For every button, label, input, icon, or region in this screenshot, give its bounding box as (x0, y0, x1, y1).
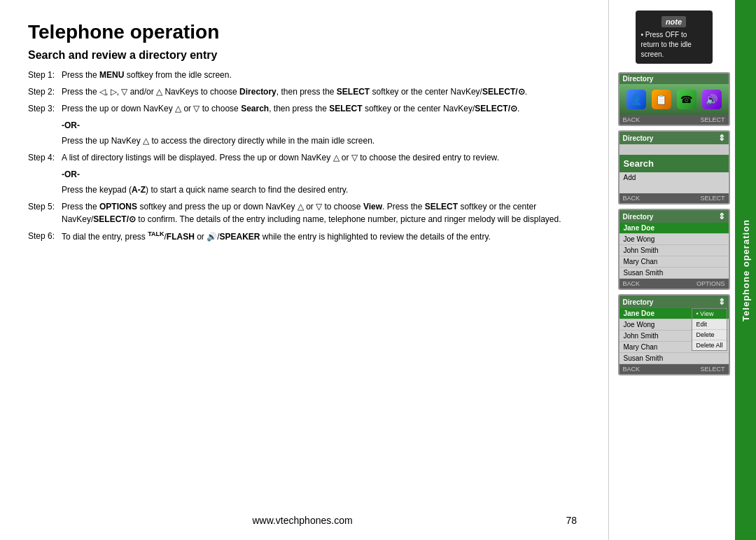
page-title: Telephone operation (28, 21, 577, 43)
phone4-item-5: Susan Smith (620, 353, 729, 364)
phone3-header: Directory ⇕ (620, 210, 729, 223)
phone2-item-blank (620, 144, 729, 155)
step-2: Step 2: Press the ◁, ▷, ▽ and/or △ NavKe… (28, 85, 577, 98)
phone3-softkeys: BACK OPTIONS (620, 279, 729, 289)
sidebar-label: Telephone operation (741, 219, 751, 321)
phone4-softkey-back: BACK (623, 366, 640, 373)
phone4-softkeys: BACK SELECT (620, 364, 729, 374)
phone3-softkey-options: OPTIONS (696, 280, 725, 287)
phone1-title: Directory (623, 75, 654, 83)
step-3-text: Press the up or down NavKey △ or ▽ to ch… (62, 102, 577, 115)
phone3-item-2: Joe Wong (620, 234, 729, 245)
phone4-softkey-select: SELECT (700, 366, 724, 373)
step-5: Step 5: Press the OPTIONS softkey and pr… (28, 200, 577, 226)
step-6: Step 6: To dial the entry, press TALK/FL… (28, 230, 577, 243)
step-5-text: Press the OPTIONS softkey and press the … (62, 200, 577, 226)
step-3-num: Step 3: (28, 102, 62, 115)
phone-screen-3: Directory ⇕ Jane Doe Joe Wong John Smith… (618, 209, 730, 290)
section-title: Search and review a directory entry (28, 49, 577, 62)
phone1-header: Directory (620, 74, 729, 84)
phone4-scroll-arrow: ⇕ (718, 297, 725, 307)
phone1-softkeys: BACK SELECT (620, 115, 729, 125)
phone1-icon-2: 📋 (652, 90, 671, 109)
or-desc-1: Press the up NavKey △ to access the dire… (62, 134, 577, 147)
step-3: Step 3: Press the up or down NavKey △ or… (28, 102, 577, 115)
phone1-icons-row: 👤 📋 ☎ 🔊 (620, 84, 729, 115)
step-2-text: Press the ◁, ▷, ▽ and/or △ NavKeys to ch… (62, 85, 577, 98)
phone4-header: Directory ⇕ (620, 296, 729, 308)
step-1-num: Step 1: (28, 69, 62, 81)
context-menu-delete-all: Delete All (692, 340, 726, 350)
context-menu-delete: Delete (692, 330, 726, 340)
phone2-softkey-select: SELECT (700, 195, 724, 202)
phone2-softkey-back: BACK (623, 195, 640, 202)
step-1: Step 1: Press the MENU softkey from the … (28, 69, 577, 81)
steps-container: Step 1: Press the MENU softkey from the … (28, 69, 577, 243)
phone3-scroll-arrow: ⇕ (718, 212, 725, 221)
note-text: • Press OFF to return to the idle screen… (641, 30, 707, 60)
main-divider (608, 0, 609, 540)
phones-area: note • Press OFF to return to the idle s… (612, 0, 735, 540)
phone-screen-1: Directory 👤 📋 ☎ 🔊 BACK SELECT (618, 72, 730, 126)
phone1-softkey-select: SELECT (700, 116, 724, 123)
phone2-spacer (620, 183, 729, 193)
step-2-num: Step 2: (28, 85, 62, 98)
step-4-text: A list of directory listings will be dis… (62, 151, 577, 164)
note-bullet-text: Press OFF to return to the idle screen. (641, 31, 692, 58)
phone2-scroll-arrow: ⇕ (718, 133, 725, 143)
phone3-softkey-back: BACK (623, 280, 640, 287)
step-1-text: Press the MENU softkey from the idle scr… (62, 69, 577, 81)
phone3-item-5: Susan Smith (620, 268, 729, 279)
phone2-softkeys: BACK SELECT (620, 193, 729, 203)
phone3-title: Directory (623, 213, 654, 221)
main-content: Telephone operation Search and review a … (0, 0, 605, 540)
phone3-item-3: John Smith (620, 245, 729, 256)
step-5-num: Step 5: (28, 200, 62, 226)
phone2-header: Directory ⇕ (620, 132, 729, 144)
note-box: note • Press OFF to return to the idle s… (636, 11, 713, 64)
or-line-2: -OR- (62, 168, 577, 181)
context-menu-view: • View (692, 309, 726, 319)
note-label: note (641, 15, 707, 30)
context-menu: • View Edit Delete Delete All (692, 308, 727, 351)
phone3-item-1: Jane Doe (620, 223, 729, 234)
phone1-icon-1: 👤 (626, 90, 646, 109)
or-line-1: -OR- (62, 119, 577, 132)
footer-url: www.vtechphones.com (0, 515, 605, 526)
phone2-item-search: Search (620, 155, 729, 172)
right-sidebar: Telephone operation (735, 0, 756, 540)
page-number: 78 (566, 515, 577, 526)
phone-screen-4: Directory ⇕ Jane Doe Joe Wong John Smith… (618, 294, 730, 375)
phone1-icon-4: 🔊 (702, 90, 722, 109)
phone-screen-2: Directory ⇕ Search Add BACK SELECT (618, 130, 730, 205)
phone3-item-4: Mary Chan (620, 256, 729, 268)
phone4-title: Directory (623, 298, 654, 306)
context-menu-edit: Edit (692, 319, 726, 330)
note-bullet-dot: • (641, 31, 644, 39)
step-4-num: Step 4: (28, 151, 62, 164)
step-4: Step 4: A list of directory listings wil… (28, 151, 577, 164)
phone1-icon-3: ☎ (677, 90, 696, 109)
step-6-text: To dial the entry, press TALK/FLASH or 🔊… (62, 230, 577, 243)
step-6-num: Step 6: (28, 230, 62, 243)
note-label-text: note (662, 16, 686, 27)
phone1-softkey-back: BACK (623, 116, 640, 123)
or-desc-2: Press the keypad (A-Z) to start a quick … (62, 184, 577, 196)
phone2-title: Directory (623, 134, 654, 142)
phone2-item-add: Add (620, 172, 729, 183)
